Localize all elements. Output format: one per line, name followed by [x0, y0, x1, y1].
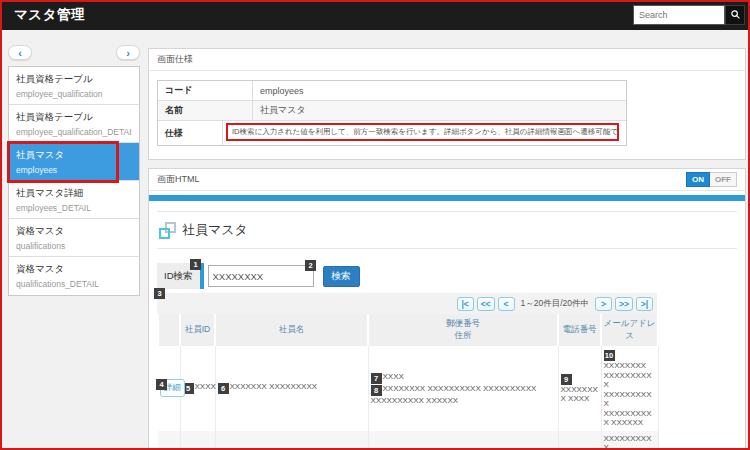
- sidebar-item-employees-detail[interactable]: 社員マスタ詳細 employees_DETAIL: [9, 181, 139, 219]
- sidebar-item-qualifications[interactable]: 資格マスタ qualifications: [9, 219, 139, 257]
- pager-fast-next-button[interactable]: >>: [615, 297, 633, 311]
- id-search-row: ID検索 検索 1 2: [157, 263, 737, 289]
- cell-employee-name: XXXXXXX XXXXXXXXX: [230, 382, 318, 391]
- main-content: 画面仕様 コード employees 名前 社員マスタ 仕様 ID検索に入力され…: [148, 48, 746, 450]
- topbar-search: [633, 5, 745, 25]
- marker-badge-1: 1: [190, 259, 201, 270]
- header-phone: 電話番号: [558, 314, 601, 346]
- header-postal: 郵便番号: [370, 318, 556, 330]
- pagination-bar: 3 |< << < 1～20件目/20件中 > >> >|: [157, 293, 657, 314]
- spec-label-code: コード: [158, 81, 253, 100]
- topbar: マスタ管理: [0, 0, 750, 30]
- search-button[interactable]: [725, 5, 745, 25]
- app-title: マスタ管理: [14, 6, 85, 24]
- employee-table: 社員ID 社員名 郵便番号 住所 電話番号 メールアドレス: [157, 314, 659, 450]
- spec-label-name: 名前: [158, 101, 253, 120]
- marker-badge-7: 7: [371, 373, 382, 384]
- cell-phone: XXXXXXXX XXXX: [561, 385, 598, 404]
- sidebar-nav: ‹ ›: [8, 45, 140, 60]
- spec-table: コード employees 名前 社員マスタ 仕様 ID検索に入力された値を利用…: [157, 80, 627, 146]
- spec-panel: 画面仕様 コード employees 名前 社員マスタ 仕様 ID検索に入力され…: [148, 48, 746, 160]
- magnifier-icon: [730, 8, 741, 23]
- item-label: 資格マスタ: [16, 263, 132, 276]
- item-code: employees: [16, 165, 132, 175]
- header-email: メールアドレス: [601, 314, 658, 346]
- chevron-right-icon[interactable]: ›: [116, 45, 140, 60]
- header-address: 住所: [370, 330, 556, 342]
- item-label: 社員資格テーブル: [16, 111, 132, 124]
- header-employee-name: 社員名: [215, 314, 368, 346]
- cell-employee-id: XXXX: [195, 382, 216, 391]
- search-submit-button[interactable]: 検索: [323, 266, 360, 287]
- spec-value-spec: ID検索に入力された値を利用して、前方一致検索を行います。詳細ボタンから、社員の…: [223, 121, 626, 145]
- pager-first-button[interactable]: |<: [457, 297, 474, 311]
- header-postal-address: 郵便番号 住所: [368, 314, 558, 346]
- item-code: qualifications_DETAIL: [16, 279, 132, 289]
- item-code: employee_qualification_DETAIL: [16, 127, 132, 137]
- sidebar-item-employees[interactable]: 社員マスタ employees: [9, 143, 139, 181]
- toggle-off-button[interactable]: OFF: [710, 172, 737, 187]
- item-label: 社員資格テーブル: [16, 73, 132, 86]
- spec-panel-header: 画面仕様: [149, 49, 745, 71]
- sidebar-item-qualifications-detail[interactable]: 資格マスタ qualifications_DETAIL: [9, 257, 139, 295]
- cell-email: XXXXXXXXXX XXXXXXXXXX XXXXXXXXXX XXXXXXX…: [604, 434, 652, 450]
- spec-body: コード employees 名前 社員マスタ 仕様 ID検索に入力された値を利用…: [149, 71, 745, 159]
- item-label: 社員マスタ詳細: [16, 187, 132, 200]
- item-label: 資格マスタ: [16, 225, 132, 238]
- red-annotation-selected-item: [7, 141, 119, 183]
- red-annotation-spec-text: ID検索に入力された値を利用して、前方一致検索を行います。詳細ボタンから、社員の…: [226, 123, 619, 141]
- pager-prev-button[interactable]: <: [498, 297, 515, 311]
- item-code: employee_qualification: [16, 89, 132, 99]
- preview-title: 社員マスタ: [182, 221, 248, 239]
- cell-address: XXXXXXXX XXXXXXXXXX XXXXXXXXXX XXXXXXXXX…: [371, 384, 537, 405]
- on-off-toggle: ON OFF: [686, 172, 737, 187]
- spec-row-name: 名前 社員マスタ: [158, 101, 626, 121]
- marker-badge-6: 6: [218, 383, 229, 394]
- marker-badge-9: 9: [561, 374, 572, 385]
- search-input[interactable]: [633, 5, 725, 25]
- marker-badge-10: 10: [604, 350, 615, 361]
- sidebar-item-employee-qualification-detail[interactable]: 社員資格テーブル employee_qualification_DETAIL: [9, 105, 139, 143]
- item-code: employees_DETAIL: [16, 203, 132, 213]
- html-panel-title: 画面HTML: [157, 173, 200, 186]
- pager-next-button[interactable]: >: [595, 297, 612, 311]
- spec-panel-title: 画面仕様: [157, 53, 193, 66]
- table-row: 詳細 XXXXXXX XXXXXXXXXX XXXXXXXXX XXXXXXX …: [158, 431, 658, 450]
- cell-postal: XXXX: [383, 372, 404, 381]
- html-panel-header: 画面HTML ON OFF: [149, 169, 745, 191]
- toggle-on-button[interactable]: ON: [686, 172, 710, 187]
- spec-value-code: employees: [253, 83, 626, 99]
- sidebar: ‹ › 社員資格テーブル employee_qualification 社員資格…: [8, 45, 140, 296]
- id-search-input[interactable]: [208, 265, 314, 287]
- spec-label-spec: 仕様: [158, 121, 223, 145]
- spec-row-spec: 仕様 ID検索に入力された値を利用して、前方一致検索を行います。詳細ボタンから、…: [158, 121, 626, 145]
- item-code: qualifications: [16, 241, 132, 251]
- preview-title-block: 社員マスタ: [157, 211, 737, 249]
- pager-fast-prev-button[interactable]: <<: [477, 297, 495, 311]
- pager-last-button[interactable]: >|: [636, 297, 653, 311]
- table-row: 4 詳細 5XXXX 6XXXXXXX XXXXXXXXX 7XXXX 8XXX…: [158, 346, 658, 431]
- cell-email: XXXXXXXX XXXXXXXXXX XXXXXXXXXX XXXXXXXXX…: [604, 361, 652, 427]
- html-panel: 画面HTML ON OFF 社員マスタ ID検索 検索 1 2: [148, 168, 746, 450]
- marker-badge-3: 3: [154, 288, 165, 299]
- marker-badge-4: 4: [156, 379, 167, 390]
- overlapping-squares-icon: [159, 222, 176, 239]
- item-label: 社員マスタ: [16, 149, 132, 162]
- table-list: 社員資格テーブル employee_qualification 社員資格テーブル…: [8, 66, 140, 296]
- header-employee-id: 社員ID: [180, 314, 215, 346]
- spec-row-code: コード employees: [158, 81, 626, 101]
- table-header-row: 社員ID 社員名 郵便番号 住所 電話番号 メールアドレス: [158, 314, 658, 346]
- marker-badge-2: 2: [305, 260, 316, 271]
- chevron-left-icon[interactable]: ‹: [8, 45, 32, 60]
- marker-badge-8: 8: [371, 385, 382, 396]
- pager-status: 1～20件目/20件中: [521, 298, 590, 310]
- header-detail: [158, 314, 180, 346]
- spec-value-name: 社員マスタ: [253, 101, 626, 120]
- screen-preview: 社員マスタ ID検索 検索 1 2 3 |< << < 1～20件目/20件中 …: [149, 201, 745, 450]
- sidebar-item-employee-qualification[interactable]: 社員資格テーブル employee_qualification: [9, 67, 139, 105]
